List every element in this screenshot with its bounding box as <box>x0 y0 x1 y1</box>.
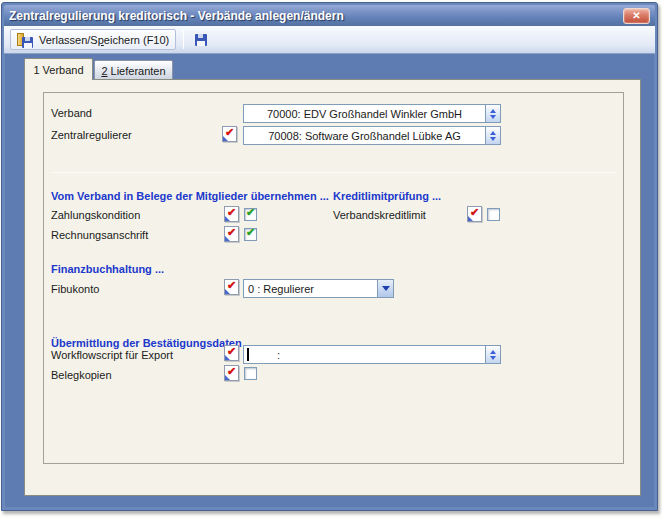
exit-save-icon <box>17 32 33 48</box>
section-divider <box>51 172 617 173</box>
app-window: Zentralregulierung kreditorisch - Verbän… <box>1 2 658 511</box>
zahlungskondition-checkbox[interactable] <box>244 208 257 221</box>
screen: Zentralregulierung kreditorisch - Verbän… <box>0 0 662 518</box>
verband-select[interactable]: 70000: EDV Großhandel Winkler GmbH <box>243 104 501 123</box>
verband-value: 70000: EDV Großhandel Winkler GmbH <box>244 108 485 120</box>
workflowscript-value: : <box>277 349 280 361</box>
fibukonto-label: Fibukonto <box>51 283 99 295</box>
tab-lieferanten[interactable]: 2 Lieferanten <box>94 60 173 80</box>
fibukonto-value: 0 : Regulierer <box>244 283 377 295</box>
workflowscript-override-check-icon[interactable] <box>224 345 239 361</box>
toolbar: Verlassen/Speichern (F10) <box>4 26 655 54</box>
zentralregulierer-spinner-icon[interactable] <box>485 127 500 144</box>
fibukonto-override-check-icon[interactable] <box>224 279 239 295</box>
workflowscript-label: Workflowscript für Export <box>51 349 173 361</box>
form-groupbox <box>43 92 624 464</box>
save-button[interactable] <box>189 29 213 50</box>
zahlungskondition-label: Zahlungskondition <box>51 209 140 221</box>
zentralregulierer-label: Zentralregulierer <box>51 129 132 141</box>
workflowscript-spinner-icon[interactable] <box>485 346 500 363</box>
zentralregulierer-value: 70008: Software Großhandel Lübke AG <box>244 130 485 142</box>
exit-save-label: Verlassen/Speichern (F10) <box>39 34 169 46</box>
toolbar-separator <box>183 30 184 49</box>
content-area: 1 Verband 2 Lieferanten Verband 70000: E… <box>5 54 654 507</box>
tab-verband[interactable]: 1 Verband <box>24 58 93 80</box>
fibukonto-combobox[interactable]: 0 : Regulierer <box>243 279 394 298</box>
belegkopien-override-check-icon[interactable] <box>224 365 239 381</box>
close-button[interactable]: ✕ <box>623 8 650 24</box>
title-bar: Zentralregulierung kreditorisch - Verbän… <box>4 5 655 26</box>
text-cursor <box>247 348 249 361</box>
belegkopien-label: Belegkopien <box>51 369 112 381</box>
workflowscript-input[interactable]: : <box>243 345 501 364</box>
rechnungsanschrift-override-check-icon[interactable] <box>224 226 239 242</box>
belegkopien-checkbox[interactable] <box>244 367 257 380</box>
verbandskreditlimit-override-check-icon[interactable] <box>467 206 482 222</box>
verband-label: Verband <box>51 107 92 119</box>
zentralregulierer-select[interactable]: 70008: Software Großhandel Lübke AG <box>243 126 501 145</box>
verband-spinner-icon[interactable] <box>485 105 500 122</box>
section-kreditlimit-title: Kreditlimitprüfung ... <box>333 190 441 202</box>
section-finanzbuchhaltung-title: Finanzbuchhaltung ... <box>51 263 164 275</box>
window-title: Zentralregulierung kreditorisch - Verbän… <box>9 9 623 23</box>
fibukonto-dropdown-arrow-icon[interactable] <box>377 280 393 297</box>
zentralregulierer-override-check-icon[interactable] <box>222 126 237 142</box>
close-icon: ✕ <box>632 10 640 21</box>
verbandskreditlimit-checkbox[interactable] <box>487 208 500 221</box>
zahlungskondition-override-check-icon[interactable] <box>224 206 239 222</box>
rechnungsanschrift-checkbox[interactable] <box>244 228 257 241</box>
tab-page-verband: Verband 70000: EDV Großhandel Winkler Gm… <box>24 79 641 496</box>
exit-save-button[interactable]: Verlassen/Speichern (F10) <box>10 29 176 50</box>
verbandskreditlimit-label: Verbandskreditlimit <box>333 209 426 221</box>
save-icon <box>193 32 209 48</box>
section-uebernehmen-title: Vom Verband in Belege der Mitglieder übe… <box>51 190 329 202</box>
rechnungsanschrift-label: Rechnungsanschrift <box>51 229 148 241</box>
